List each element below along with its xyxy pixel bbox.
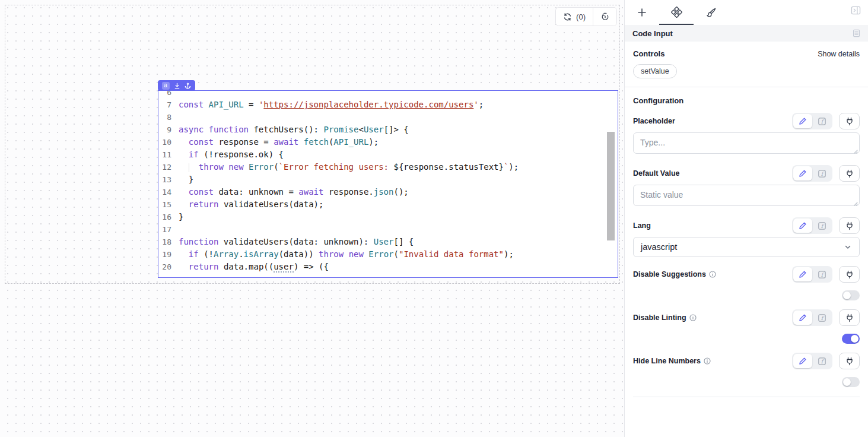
expression-mode-button[interactable]: f bbox=[812, 218, 831, 233]
history-icon bbox=[600, 12, 609, 21]
code-line[interactable]: throw new Error(`Error fetching users: $… bbox=[179, 161, 519, 173]
anchor-icon[interactable] bbox=[185, 83, 191, 89]
code-line[interactable]: const data: unknown = await response.jso… bbox=[179, 186, 519, 198]
code-line[interactable]: function validateUsers(data: unknown): U… bbox=[179, 236, 519, 248]
show-details-button[interactable]: Show details bbox=[818, 50, 860, 58]
field-label: Placeholder bbox=[633, 117, 675, 125]
connect-input-button[interactable] bbox=[839, 309, 860, 326]
history-button[interactable] bbox=[593, 8, 616, 26]
connect-input-button[interactable] bbox=[839, 217, 860, 234]
doc-icon[interactable] bbox=[853, 29, 860, 37]
code-line[interactable]: return validateUsers(data); bbox=[179, 198, 519, 211]
edit-mode-button[interactable] bbox=[793, 267, 812, 281]
code-editor[interactable]: 67891011121314151617181920 const API_URL… bbox=[158, 91, 618, 277]
code-line[interactable] bbox=[179, 223, 519, 236]
connect-input-button[interactable] bbox=[839, 165, 860, 182]
tab-component-settings[interactable] bbox=[659, 0, 694, 25]
field-label: Hide Line Numbers bbox=[633, 357, 701, 365]
tab-component-style[interactable] bbox=[694, 0, 728, 25]
connect-input-button[interactable] bbox=[839, 353, 860, 369]
code-line[interactable]: return data.map((user) => ({ bbox=[179, 261, 519, 273]
field-disable-linting: Disable Linting f bbox=[633, 309, 860, 344]
plus-icon bbox=[637, 7, 647, 18]
input-mode-segment: f bbox=[792, 165, 832, 182]
line-number: 16 bbox=[158, 211, 171, 223]
tab-add-component[interactable] bbox=[625, 0, 659, 25]
expression-mode-button[interactable]: f bbox=[812, 354, 831, 368]
edit-mode-button[interactable] bbox=[793, 218, 812, 233]
code-line[interactable]: const API_URL = 'https://jsonplaceholder… bbox=[179, 99, 519, 111]
edit-mode-button[interactable] bbox=[793, 311, 812, 325]
svg-text:f: f bbox=[821, 358, 824, 364]
field-default-value: Default Value f bbox=[633, 165, 860, 208]
info-icon[interactable] bbox=[689, 314, 697, 321]
collapse-panel-icon[interactable] bbox=[851, 6, 861, 15]
expression-mode-button[interactable]: f bbox=[812, 114, 831, 128]
widget-id-badge: a bbox=[162, 82, 170, 90]
disable-linting-toggle[interactable] bbox=[842, 334, 860, 344]
line-number: 9 bbox=[158, 124, 171, 136]
controls-section: Controls Show details setValue bbox=[625, 42, 868, 87]
field-disable-suggestions: Disable Suggestions f bbox=[633, 266, 860, 300]
field-label: Disable Suggestions bbox=[633, 270, 706, 278]
default-value-input[interactable] bbox=[633, 185, 860, 206]
components-icon bbox=[671, 7, 682, 18]
field-hide-line-numbers: Hide Line Numbers f bbox=[633, 353, 860, 387]
field-label: Disable Linting bbox=[633, 314, 686, 322]
code-line[interactable]: if (!response.ok) { bbox=[179, 148, 519, 161]
connect-input-button[interactable] bbox=[839, 113, 860, 129]
code-line[interactable] bbox=[179, 111, 519, 124]
field-lang: Lang f javascript bbox=[633, 217, 860, 257]
edit-mode-button[interactable] bbox=[793, 166, 812, 180]
edit-mode-button[interactable] bbox=[793, 354, 812, 368]
refresh-count: (0) bbox=[576, 12, 586, 21]
configuration-title: Configuration bbox=[633, 96, 683, 105]
field-label: Default Value bbox=[633, 169, 680, 178]
code-input-widget[interactable]: a 67891011121314151617181920 const API_U… bbox=[158, 90, 618, 278]
refresh-button[interactable]: (0) bbox=[556, 8, 593, 26]
brush-icon bbox=[705, 7, 717, 18]
edit-mode-button[interactable] bbox=[793, 114, 812, 128]
hide-line-numbers-toggle[interactable] bbox=[842, 377, 860, 387]
svg-text:f: f bbox=[821, 315, 824, 321]
svg-text:f: f bbox=[821, 223, 824, 229]
info-icon[interactable] bbox=[704, 357, 711, 365]
input-mode-segment: f bbox=[792, 353, 832, 369]
line-number: 8 bbox=[158, 111, 171, 124]
line-number: 10 bbox=[158, 136, 171, 148]
controls-title: Controls bbox=[633, 49, 664, 58]
lang-select[interactable]: javascript bbox=[633, 237, 860, 257]
code-line[interactable]: async function fetchUsers(): Promise<Use… bbox=[179, 124, 519, 136]
input-mode-segment: f bbox=[792, 309, 832, 326]
input-mode-segment: f bbox=[792, 266, 832, 283]
line-number: 11 bbox=[158, 148, 171, 161]
code-lines[interactable]: const API_URL = 'https://jsonplaceholder… bbox=[174, 91, 519, 277]
editor-scrollbar[interactable] bbox=[607, 132, 615, 240]
svg-text:f: f bbox=[821, 118, 824, 124]
input-mode-segment: f bbox=[792, 113, 832, 129]
expression-mode-button[interactable]: f bbox=[812, 267, 831, 281]
expression-mode-button[interactable]: f bbox=[812, 166, 831, 180]
selected-widget-title: Code Input bbox=[632, 29, 673, 38]
canvas[interactable]: (0) a 67891011121 bbox=[0, 0, 624, 437]
placeholder-input[interactable] bbox=[633, 132, 860, 154]
field-placeholder: Placeholder f bbox=[633, 113, 860, 156]
code-line[interactable]: if (!Array.isArray(data)) throw new Erro… bbox=[179, 248, 519, 261]
section-divider bbox=[633, 397, 860, 397]
code-line[interactable] bbox=[179, 91, 519, 99]
line-number: 13 bbox=[158, 173, 171, 186]
code-line[interactable]: const response = await fetch(API_URL); bbox=[179, 136, 519, 148]
expression-mode-button[interactable]: f bbox=[812, 311, 831, 325]
code-line[interactable]: } bbox=[179, 173, 519, 186]
connect-input-button[interactable] bbox=[839, 266, 860, 283]
line-number: 19 bbox=[158, 248, 171, 261]
chevron-down-icon bbox=[844, 243, 852, 251]
move-down-icon[interactable] bbox=[174, 83, 180, 89]
setvalue-method-chip[interactable]: setValue bbox=[633, 64, 677, 78]
info-icon[interactable] bbox=[709, 271, 716, 278]
lang-select-value: javascript bbox=[641, 242, 677, 252]
widget-selection-chip[interactable]: a bbox=[158, 80, 195, 91]
disable-suggestions-toggle[interactable] bbox=[842, 290, 860, 300]
line-number: 7 bbox=[158, 99, 171, 111]
code-line[interactable]: } bbox=[179, 211, 519, 223]
